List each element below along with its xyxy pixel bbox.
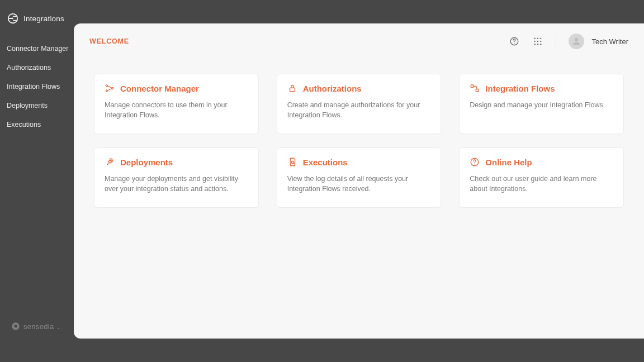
network-icon [105,83,115,93]
svg-rect-18 [290,88,295,92]
svg-point-21 [110,160,111,161]
footer-brand: sensedia. [11,322,59,331]
card-executions[interactable]: Executions View the log details of all r… [277,147,442,208]
sidebar-item-executions[interactable]: Executions [0,116,74,133]
svg-point-14 [575,38,578,41]
sidebar-item-connector-manager[interactable]: Connector Manager [0,40,74,57]
help-circle-icon [470,157,480,167]
topbar-right: Tech Writer [509,34,629,49]
brand-logo-icon [7,12,19,25]
card-desc: Check out our user guide and learn more … [470,174,613,194]
svg-point-5 [534,38,535,39]
sidebar-item-deployments[interactable]: Deployments [0,97,74,114]
avatar [569,34,584,49]
svg-point-13 [540,44,541,45]
card-title: Connector Manager [120,84,199,93]
brand-name: Integrations [23,15,64,23]
user-name: Tech Writer [592,37,629,46]
card-title: Authorizations [303,84,362,93]
page-title: WELCOME [89,37,129,45]
svg-point-4 [514,43,514,44]
svg-point-7 [540,38,541,39]
sidebar-nav: Connector Manager Authorizations Integra… [0,40,74,133]
svg-point-8 [534,41,535,42]
main-panel: WELCOME [74,23,644,339]
svg-rect-20 [476,89,479,92]
card-online-help[interactable]: Online Help Check out our user guide and… [459,147,624,208]
card-title: Executions [303,158,348,167]
card-desc: Manage connectors to use them in your In… [105,100,248,120]
flow-icon [470,83,480,93]
topbar-divider [556,34,556,49]
rocket-icon [105,157,115,167]
sidebar-item-authorizations[interactable]: Authorizations [0,59,74,76]
sidebar-item-integration-flows[interactable]: Integration Flows [0,78,74,95]
user-menu[interactable]: Tech Writer [569,34,629,49]
svg-point-12 [537,44,538,45]
svg-point-6 [537,38,538,39]
document-search-icon [287,157,297,167]
svg-point-1 [12,18,13,20]
svg-point-11 [534,44,535,45]
card-title: Online Help [485,158,532,167]
footer-brand-icon [11,322,20,331]
help-icon[interactable] [509,36,520,47]
svg-point-24 [475,164,475,164]
card-desc: Create and manage authorizations for you… [287,100,431,120]
card-connector-manager[interactable]: Connector Manager Manage connectors to u… [94,74,259,134]
card-title: Deployments [120,158,173,167]
svg-point-22 [291,161,293,164]
svg-point-9 [537,41,538,42]
apps-grid-icon[interactable] [532,36,543,47]
brand: Integrations [0,12,74,40]
sidebar: Integrations Connector Manager Authoriza… [0,0,74,362]
card-authorizations[interactable]: Authorizations Create and manage authori… [277,74,442,134]
svg-point-10 [540,41,541,42]
footer-brand-label: sensedia [23,322,54,331]
lock-icon [287,83,297,93]
svg-rect-19 [471,85,474,88]
card-title: Integration Flows [485,84,555,93]
card-deployments[interactable]: Deployments Manage your deployments and … [94,147,259,208]
topbar: WELCOME [74,23,644,55]
cards-grid: Connector Manager Manage connectors to u… [74,55,644,227]
card-desc: View the log details of all requests you… [287,174,431,194]
card-desc: Design and manage your Integration Flows… [470,100,613,110]
card-desc: Manage your deployments and get visibili… [105,174,248,194]
card-integration-flows[interactable]: Integration Flows Design and manage your… [459,74,624,134]
sidebar-footer: sensedia. [0,322,74,362]
